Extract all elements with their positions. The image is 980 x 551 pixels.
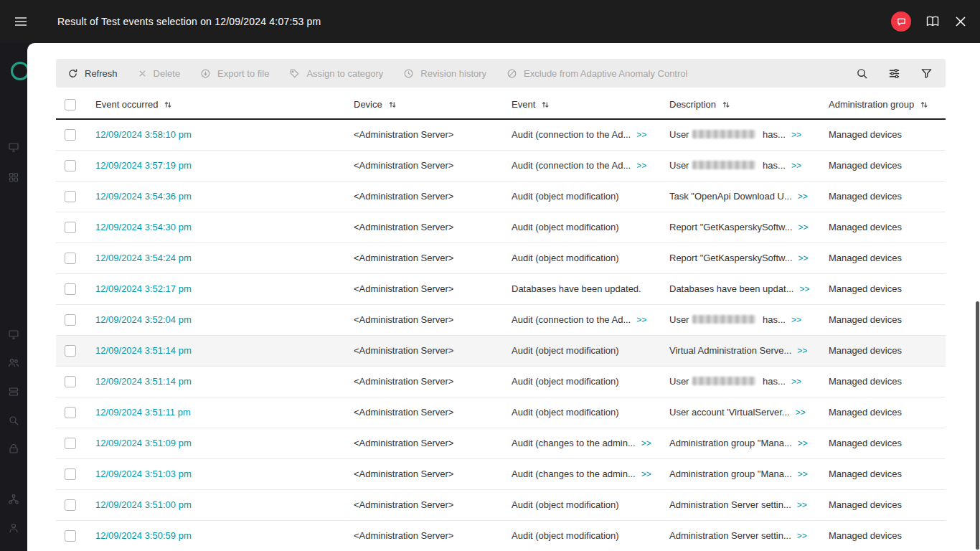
- col-event-occurred[interactable]: Event occurred: [95, 90, 354, 119]
- events-table: Event occurred Device Event Description …: [56, 90, 946, 551]
- account-icon[interactable]: [8, 522, 19, 534]
- table-row[interactable]: 12/09/2024 3:54:24 pm <Administration Se…: [56, 242, 946, 273]
- feedback-button[interactable]: [891, 11, 911, 32]
- event-time-link[interactable]: 12/09/2024 3:51:03 pm: [95, 468, 192, 479]
- hamburger-menu-button[interactable]: [7, 12, 34, 31]
- event-time-link[interactable]: 12/09/2024 3:51:11 pm: [95, 407, 191, 418]
- table-row[interactable]: 12/09/2024 3:52:04 pm <Administration Se…: [56, 304, 946, 335]
- select-all-checkbox[interactable]: [65, 99, 76, 110]
- description-more-link[interactable]: >>: [797, 531, 807, 541]
- table-row[interactable]: 12/09/2024 3:51:00 pm <Administration Se…: [56, 489, 946, 520]
- export-to-file-button[interactable]: Export to file: [200, 68, 269, 79]
- description-more-link[interactable]: >>: [798, 438, 808, 448]
- assign-to-category-button[interactable]: Assign to category: [289, 68, 383, 79]
- description-more-link[interactable]: >>: [791, 377, 801, 387]
- table-row[interactable]: 12/09/2024 3:51:11 pm <Administration Se…: [56, 397, 946, 428]
- repositories-icon[interactable]: [8, 386, 19, 397]
- exclude-adaptive-anomaly-button[interactable]: Exclude from Adaptive Anomaly Control: [507, 68, 687, 79]
- event-more-link[interactable]: >>: [641, 438, 651, 448]
- hierarchy-settings-icon[interactable]: [8, 494, 19, 505]
- event-more-link[interactable]: >>: [636, 130, 646, 140]
- description-more-link[interactable]: >>: [799, 284, 809, 294]
- close-button[interactable]: [954, 15, 967, 28]
- event-time-link[interactable]: 12/09/2024 3:54:36 pm: [95, 191, 192, 202]
- table-row[interactable]: 12/09/2024 3:54:36 pm <Administration Se…: [56, 181, 946, 212]
- column-settings-button[interactable]: [887, 66, 902, 81]
- description-more-link[interactable]: >>: [798, 222, 809, 232]
- description-more-link[interactable]: >>: [798, 192, 808, 202]
- sort-icon[interactable]: [920, 100, 928, 109]
- event-time-link[interactable]: 12/09/2024 3:51:09 pm: [95, 438, 192, 448]
- event-more-link[interactable]: >>: [636, 161, 646, 171]
- event-time-link[interactable]: 12/09/2024 3:52:17 pm: [95, 283, 192, 294]
- event-time-link[interactable]: 12/09/2024 3:54:30 pm: [95, 222, 192, 232]
- description-more-link[interactable]: >>: [797, 500, 807, 510]
- event-time-link[interactable]: 12/09/2024 3:52:04 pm: [95, 314, 192, 325]
- description-more-link[interactable]: >>: [797, 346, 807, 356]
- sort-icon[interactable]: [541, 100, 550, 109]
- event-time-link[interactable]: 12/09/2024 3:57:19 pm: [95, 160, 192, 171]
- table-row[interactable]: 12/09/2024 3:51:03 pm <Administration Se…: [56, 458, 946, 489]
- table-row[interactable]: 12/09/2024 3:52:17 pm <Administration Se…: [56, 273, 946, 304]
- col-administration-group-label: Administration group: [829, 99, 914, 110]
- event-time-link[interactable]: 12/09/2024 3:51:14 pm: [95, 345, 192, 356]
- revision-history-button[interactable]: Revision history: [403, 68, 486, 79]
- marketplace-icon[interactable]: [8, 443, 19, 455]
- row-checkbox[interactable]: [65, 160, 76, 171]
- description-more-link[interactable]: >>: [791, 315, 801, 325]
- row-checkbox[interactable]: [65, 376, 76, 387]
- table-row[interactable]: 12/09/2024 3:58:10 pm <Administration Se…: [56, 119, 946, 150]
- row-checkbox[interactable]: [65, 314, 76, 326]
- event-time-link[interactable]: 12/09/2024 3:58:10 pm: [95, 129, 192, 140]
- col-description-label: Description: [669, 99, 716, 110]
- event-cell: Audit (connection to the Ad...: [512, 160, 631, 171]
- description-more-link[interactable]: >>: [791, 161, 801, 171]
- search-button[interactable]: [854, 66, 870, 81]
- row-checkbox[interactable]: [65, 345, 76, 357]
- description-more-link[interactable]: >>: [798, 469, 808, 479]
- row-checkbox[interactable]: [65, 468, 76, 480]
- table-row[interactable]: 12/09/2024 3:51:14 pm <Administration Se…: [56, 335, 946, 366]
- table-row[interactable]: 12/09/2024 3:57:19 pm <Administration Se…: [56, 150, 946, 181]
- delete-button[interactable]: Delete: [138, 68, 181, 79]
- filter-button[interactable]: [919, 66, 934, 81]
- event-time-link[interactable]: 12/09/2024 3:50:59 pm: [95, 530, 192, 541]
- table-row[interactable]: 12/09/2024 3:51:09 pm <Administration Se…: [56, 428, 946, 458]
- row-checkbox[interactable]: [65, 222, 76, 233]
- devices-icon[interactable]: [8, 329, 19, 340]
- vertical-scrollbar[interactable]: [976, 301, 979, 550]
- row-checkbox[interactable]: [65, 283, 76, 295]
- dashboard-icon[interactable]: [8, 171, 19, 183]
- users-icon[interactable]: [8, 357, 19, 369]
- table-row[interactable]: 12/09/2024 3:54:30 pm <Administration Se…: [56, 212, 946, 242]
- event-time-link[interactable]: 12/09/2024 3:51:00 pm: [95, 499, 192, 510]
- row-checkbox[interactable]: [65, 129, 76, 141]
- sort-icon[interactable]: [164, 100, 172, 109]
- description-more-link[interactable]: >>: [798, 253, 809, 263]
- row-checkbox[interactable]: [65, 253, 76, 264]
- event-more-link[interactable]: >>: [641, 469, 651, 479]
- event-more-link[interactable]: >>: [636, 315, 646, 325]
- table-row[interactable]: 12/09/2024 3:50:59 pm <Administration Se…: [56, 520, 946, 551]
- row-checkbox[interactable]: [65, 530, 76, 542]
- description-more-link[interactable]: >>: [796, 408, 806, 418]
- row-checkbox[interactable]: [65, 499, 76, 511]
- event-time-link[interactable]: 12/09/2024 3:54:24 pm: [95, 253, 192, 263]
- col-event[interactable]: Event: [512, 90, 669, 119]
- help-documentation-button[interactable]: [924, 14, 941, 29]
- row-checkbox[interactable]: [65, 407, 76, 418]
- event-time-link[interactable]: 12/09/2024 3:51:14 pm: [95, 376, 192, 387]
- monitoring-icon[interactable]: [8, 141, 19, 153]
- col-description[interactable]: Description: [669, 90, 829, 119]
- col-device[interactable]: Device: [354, 90, 512, 119]
- sort-icon[interactable]: [388, 100, 397, 109]
- row-checkbox[interactable]: [65, 191, 76, 202]
- description-more-link[interactable]: >>: [791, 130, 801, 140]
- col-administration-group[interactable]: Administration group: [829, 90, 946, 119]
- table-row[interactable]: 12/09/2024 3:51:14 pm <Administration Se…: [56, 366, 946, 397]
- row-checkbox[interactable]: [65, 438, 76, 449]
- refresh-button[interactable]: Refresh: [67, 68, 118, 79]
- admin-group-cell: Managed devices: [829, 438, 902, 448]
- sort-icon[interactable]: [722, 100, 730, 109]
- search-nav-icon[interactable]: [8, 415, 19, 426]
